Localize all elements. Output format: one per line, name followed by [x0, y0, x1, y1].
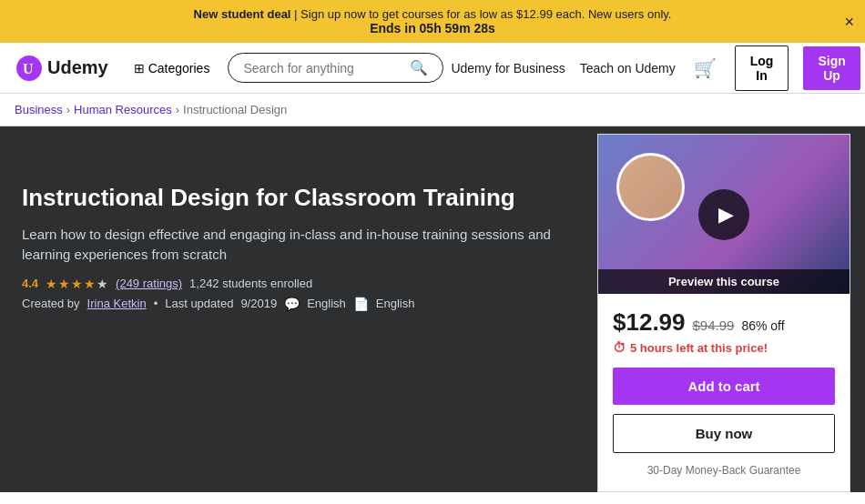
buy-now-button[interactable]: Buy now [613, 414, 835, 453]
rating-count: (249 ratings) [116, 277, 182, 290]
timer-text: 5 hours left at this price! [630, 341, 768, 355]
course-card-container: ▶ Preview this course $12.99 $94.99 86% … [583, 134, 865, 492]
hero-section: 🎁 Gift This Course 🤍 Wishlist Instructio… [0, 126, 865, 492]
cart-icon[interactable]: 🛒 [690, 54, 720, 83]
breadcrumb-sep-1: › [66, 103, 70, 116]
last-updated-date: 9/2019 [240, 297, 277, 310]
star-1: ★ [46, 277, 57, 291]
course-subtitle: Learn how to design effective and engagi… [22, 225, 583, 266]
categories-button[interactable]: ⊞ Categories [123, 54, 221, 83]
breadcrumb-current: Instructional Design [183, 103, 287, 116]
banner-separator: | Sign up now to get courses for as low … [294, 7, 671, 21]
discount-badge: 86% off [741, 318, 784, 333]
hero-left: Instructional Design for Classroom Train… [0, 161, 583, 492]
last-updated-label: Last updated [165, 297, 233, 310]
course-title: Instructional Design for Classroom Train… [22, 183, 583, 214]
rating-number: 4.4 [22, 277, 38, 290]
star-3: ★ [71, 277, 83, 291]
udemy-logo-icon: U [15, 54, 44, 83]
author-link[interactable]: Irina Ketkin [87, 297, 147, 310]
avatar [616, 153, 685, 221]
logo-text: Udemy [47, 57, 108, 78]
card-body: $12.99 $94.99 86% off ⏱ 5 hours left at … [598, 294, 850, 491]
search-input[interactable] [243, 61, 402, 76]
clock-icon: ⏱ [613, 340, 626, 355]
add-to-cart-button[interactable]: Add to cart [613, 368, 835, 405]
star-5: ★ [97, 277, 108, 291]
created-by-label: Created by [22, 297, 80, 310]
breadcrumb-sep-2: › [176, 103, 179, 116]
navbar: U Udemy ⊞ Categories 🔍 Udemy for Busines… [0, 43, 865, 94]
logo[interactable]: U Udemy [15, 54, 108, 83]
language2: English [376, 297, 415, 310]
hero-content-row: Instructional Design for Classroom Train… [0, 161, 865, 492]
speech-icon: 💬 [284, 297, 300, 311]
teach-link[interactable]: Teach on Udemy [580, 61, 676, 76]
main-content-area: What you'll learn ✔ Recognise the most p… [0, 492, 865, 504]
udemy-business-link[interactable]: Udemy for Business [451, 61, 565, 76]
course-card: ▶ Preview this course $12.99 $94.99 86% … [597, 134, 850, 492]
grid-icon: ⊞ [134, 61, 145, 76]
promo-banner: New student deal | Sign up now to get co… [0, 0, 865, 43]
breadcrumb: Business › Human Resources › Instruction… [0, 94, 865, 126]
enrolled-count: 1,242 students enrolled [189, 277, 312, 290]
preview-video[interactable]: ▶ Preview this course [598, 135, 850, 294]
banner-deal-text: New student deal [194, 7, 291, 21]
preview-label: Preview this course [598, 269, 850, 294]
star-2: ★ [58, 277, 70, 291]
breadcrumb-hr[interactable]: Human Resources [74, 103, 172, 116]
play-button[interactable]: ▶ [698, 189, 749, 240]
categories-label: Categories [148, 61, 210, 76]
star-rating: ★ ★ ★ ★ ★ [46, 277, 108, 291]
banner-close-button[interactable]: × [844, 12, 854, 31]
search-icon[interactable]: 🔍 [410, 59, 428, 76]
nav-links: Udemy for Business Teach on Udemy 🛒 Log … [451, 45, 860, 91]
login-button[interactable]: Log In [735, 45, 789, 91]
current-price: $12.99 [613, 308, 686, 337]
play-icon: ▶ [718, 203, 734, 227]
language1: English [307, 297, 346, 310]
price-row: $12.99 $94.99 86% off [613, 308, 835, 337]
guarantee-text: 30-Day Money-Back Guarantee [613, 464, 835, 477]
timer-row: ⏱ 5 hours left at this price! [613, 340, 835, 355]
caption-icon: 📄 [353, 297, 369, 311]
search-bar: 🔍 [228, 53, 443, 83]
banner-text: New student deal | Sign up now to get co… [194, 7, 672, 21]
banner-timer: Ends in 05h 59m 28s [36, 21, 829, 35]
breadcrumb-business[interactable]: Business [15, 103, 63, 116]
svg-text:U: U [23, 61, 34, 76]
meta-row: Created by Irina Ketkin • Last updated 9… [22, 297, 583, 311]
star-4: ★ [84, 277, 96, 291]
rating-row: 4.4 ★ ★ ★ ★ ★ (249 ratings) 1,242 studen… [22, 277, 583, 291]
signup-button[interactable]: Sign Up [803, 46, 860, 90]
meta-sep: • [154, 297, 158, 310]
original-price: $94.99 [693, 318, 735, 333]
